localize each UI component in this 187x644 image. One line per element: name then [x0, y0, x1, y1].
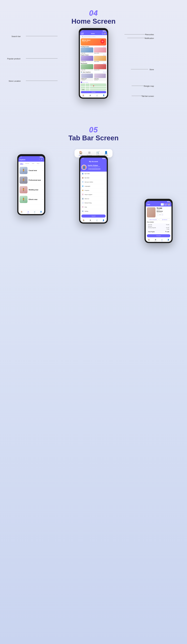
- map-area: 📍 Pune: [81, 84, 106, 90]
- home-topbar: TRUEBHAI Home ♡ 🔔: [80, 32, 107, 35]
- cart-tab-explore[interactable]: ⊞ Explore: [154, 239, 157, 242]
- heart-icon[interactable]: ♡: [102, 33, 104, 34]
- cart-phone: 10:00 Cart 🛒 Cart 📍: [145, 199, 173, 243]
- acc-tab-cart[interactable]: 🛒 Cart: [96, 220, 98, 222]
- menu-item-sell[interactable]: 👕Sell your clothes ›: [80, 180, 107, 184]
- ethnic-img: 🧍: [19, 196, 27, 203]
- explore-item-casual[interactable]: 🧍 Casual wear ›: [18, 166, 44, 175]
- menu-item-refund[interactable]: 📄Refund Policy ›: [80, 201, 107, 205]
- store-dist-2: 6 km/12 min: [94, 80, 106, 80]
- cart-tab-icon: 🛒: [96, 94, 98, 96]
- qty-minus-btn[interactable]: −: [157, 214, 159, 216]
- near-shop-show-all[interactable]: Show all: [103, 72, 106, 72]
- shop-icon: 🏪: [81, 71, 83, 73]
- annotation-search-bar: Search bar: [11, 35, 21, 38]
- popular-item-2[interactable]: Women ₹2000: [94, 56, 106, 62]
- cat-tab-boys[interactable]: Boys: [36, 162, 40, 165]
- cat-tab-women[interactable]: Women: [24, 162, 30, 165]
- bell-icon[interactable]: 🔔: [104, 33, 106, 34]
- tab-profile[interactable]: 👤 Profile: [103, 94, 105, 97]
- acc-cart-label: Cart: [96, 221, 98, 222]
- cat-tab-girls[interactable]: Girls: [31, 162, 35, 165]
- cart-item-price: ₹2,000: [157, 207, 170, 209]
- product-img-1: [81, 48, 93, 52]
- myprofile-chevron: ›: [105, 173, 105, 174]
- acc-tab-explore[interactable]: ⊞ Explore: [89, 220, 91, 222]
- menu-item-coupons[interactable]: 🎫Coupons ›: [80, 188, 107, 192]
- store-location-btn[interactable]: 📍 Store Location ›: [81, 82, 106, 83]
- total-value: ₹ 7,468: [165, 231, 169, 232]
- menu-item-myorder[interactable]: 📦My Order ›: [80, 176, 107, 180]
- direction-btn[interactable]: Direction: [81, 91, 106, 93]
- languages-chevron: ›: [105, 186, 105, 187]
- cart-tab-profile[interactable]: 👤 Profile: [167, 239, 169, 242]
- exp-home-icon: 🏠: [21, 211, 22, 212]
- account-status-time: 09:30: [81, 158, 84, 159]
- sell-chevron: ›: [105, 181, 105, 183]
- coupons-label: Coupons: [85, 190, 89, 191]
- most-booked-show-all[interactable]: Show all: [103, 63, 106, 64]
- cat-tab-men[interactable]: Men: [19, 162, 23, 165]
- exp-home-label: Home: [20, 213, 22, 214]
- trending-item-1[interactable]: Salwar ₹300: [81, 48, 93, 54]
- popular-item-1[interactable]: Lehenga ₹700: [81, 56, 93, 62]
- cart-item-type: Make Dress: [157, 212, 170, 213]
- price-details-title: Price details:: [147, 222, 170, 223]
- status-bar: 09:30: [80, 30, 107, 32]
- explore-tab-explore[interactable]: ⊞ Explore: [27, 211, 29, 214]
- wedding-label: Wedding wear: [29, 189, 38, 190]
- explore-tab-cart[interactable]: 🛒 Cart: [34, 211, 35, 214]
- menu-item-myprofile[interactable]: 👤My Profile ›: [80, 172, 107, 176]
- cart-tab-home[interactable]: 🏠 Home: [148, 239, 150, 242]
- tab-home[interactable]: 🏠 Home: [82, 94, 84, 97]
- store-card-2[interactable]: Laxmi store 📍 Satara road 6 km/12 min: [94, 73, 106, 81]
- tab-cart[interactable]: 🛒 Cart: [96, 94, 98, 97]
- booked-item-1[interactable]: Salwar ₹300: [81, 64, 93, 70]
- store-card-1[interactable]: Godavari store 📍 Some Nagar 5 Km/10 min: [81, 73, 93, 81]
- acc-tab-home[interactable]: 🏠 Home: [83, 220, 84, 222]
- acc-profile-label: Profile: [102, 221, 104, 222]
- explore-tab-profile[interactable]: 👤 Profile: [40, 211, 42, 214]
- explore-item-wedding[interactable]: 🧍 Wedding wear ›: [18, 185, 44, 195]
- remove-btn[interactable]: 🗑 Remove: [159, 218, 171, 221]
- home-phone-screen: 09:30 TRUEBHAI Home ♡ 🔔: [80, 30, 107, 98]
- payment-step-label: Payment: [168, 205, 170, 206]
- exp-profile-label: Profile: [40, 213, 42, 214]
- menu-item-aboutus[interactable]: ℹ️About us ›: [80, 197, 107, 201]
- favorite-label: Add to Favourite: [150, 219, 157, 220]
- acc-tab-profile[interactable]: 👤 Profile: [102, 220, 104, 222]
- booked-item-2[interactable]: Superman ₹500: [94, 64, 106, 70]
- tab-explore[interactable]: ⊞ Explore: [89, 94, 91, 97]
- popular-show-all[interactable]: Show all: [103, 54, 106, 56]
- trending-show-all[interactable]: Show all: [103, 46, 106, 47]
- myorder-label: My Order: [85, 177, 89, 178]
- account-menu: 👤My Profile › 📦My Order › 👕Sell your clo…: [80, 172, 107, 213]
- remove-label: Remove: [164, 219, 167, 220]
- menu-item-help[interactable]: ❓Help & support ›: [80, 192, 107, 197]
- trending-item-2[interactable]: Women ₹1000: [94, 48, 106, 54]
- near-shop-header: 🏪 Near shop/Store: [81, 71, 91, 73]
- menu-item-languages[interactable]: 🌐Languages ›: [80, 184, 107, 188]
- annotation-store: Store: [150, 68, 154, 70]
- popular-header: Popular Product Show all: [81, 54, 106, 56]
- home-search-bar[interactable]: 🔍 Search for Products and More...: [81, 36, 106, 38]
- home-phone: 09:30 TRUEBHAI Home ♡ 🔔: [79, 28, 108, 99]
- explore-item-professional[interactable]: 🧍 Professional wear ›: [18, 175, 44, 185]
- cart-tab-cart[interactable]: 🛒 Cart: [161, 239, 163, 242]
- tabbar-label: Tab Bar Screen: [0, 134, 187, 142]
- proceed-btn[interactable]: Proceed: [147, 234, 170, 237]
- explore-search-icon[interactable]: 🔍: [41, 158, 43, 160]
- myorder-chevron: ›: [105, 177, 105, 179]
- logout-btn[interactable]: Log out: [81, 214, 106, 218]
- explore-item-ethnic[interactable]: 🧍 Ethenic wear ›: [18, 195, 44, 204]
- discount-value: -: [169, 226, 169, 227]
- explore-heart-icon[interactable]: ♡: [39, 158, 40, 160]
- cart-item-name: Manyawar: [157, 210, 170, 212]
- exp-cart-icon: 🛒: [34, 211, 35, 212]
- add-to-favorite-btn[interactable]: ♡ Add to Favourite: [147, 218, 158, 221]
- menu-item-faq[interactable]: ❓FAQ ›: [80, 205, 107, 209]
- qty-plus-btn[interactable]: +: [161, 214, 164, 216]
- explore-tab-home[interactable]: 🏠 Home: [20, 211, 22, 214]
- menu-item-setting[interactable]: ⚙️Setting ›: [80, 209, 107, 213]
- account-title: My Account: [89, 161, 98, 162]
